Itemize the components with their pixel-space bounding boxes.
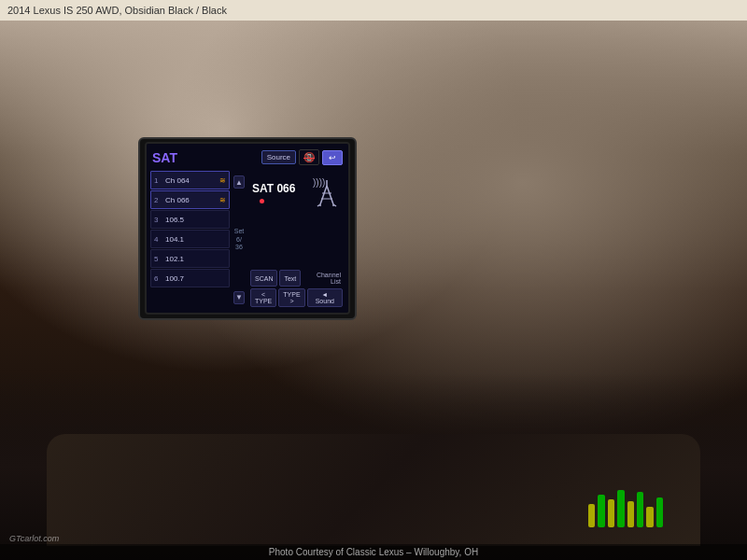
action-buttons-area: SCAN Text Channel List < TYPE TYPE > ◄ S… [248, 268, 345, 309]
ch-num-2: 2 [154, 196, 163, 204]
current-channel: SAT 066 [252, 182, 295, 195]
vent-bar-4 [617, 490, 624, 527]
channel-item-4[interactable]: 4 104.1 [150, 230, 230, 248]
ch-name-6: 100.7 [165, 274, 226, 283]
vent-bar-8 [656, 497, 663, 527]
screen-header: SAT Source 📵 ↩ [150, 147, 345, 167]
page-wrapper: 2014 Lexus IS 250 AWD, Obsidian Black / … [0, 0, 747, 560]
page-title: 2014 Lexus IS 250 AWD, Obsidian Black / … [7, 5, 227, 16]
photo-credit: Photo Courtesy of Classic Lexus – Willou… [0, 544, 747, 560]
channel-item-2[interactable]: 2 Ch 066 ≋ [150, 190, 230, 209]
vent-bar-1 [588, 504, 595, 527]
back-button[interactable]: ↩ [322, 150, 343, 165]
text-button[interactable]: Text [279, 270, 301, 287]
channel-item-1[interactable]: 1 Ch 064 ≋ [150, 171, 230, 189]
scroll-up-button[interactable]: ▲ [233, 175, 245, 189]
vent-bar-2 [598, 495, 604, 527]
car-area: SAT Source 📵 ↩ 1 Ch 064 ≋ [0, 21, 747, 560]
type-left-button[interactable]: < TYPE [250, 288, 276, 307]
vent-grille [588, 490, 663, 527]
svg-line-2 [327, 186, 333, 204]
sat-label: SAT [152, 150, 177, 165]
svg-line-1 [320, 186, 327, 204]
car-screen: SAT Source 📵 ↩ 1 Ch 064 ≋ [145, 142, 350, 315]
svg-text:)))): )))) [313, 177, 325, 188]
set-label: Set [233, 228, 246, 235]
channel-item-5[interactable]: 5 102.1 [150, 249, 230, 268]
source-button[interactable]: Source [261, 150, 296, 164]
sat-channel-display: SAT 066 [252, 182, 295, 203]
channel-list-label: Channel List [303, 270, 343, 287]
set-value: 6/ 36 [233, 236, 246, 252]
sound-button[interactable]: ◄ Sound [307, 288, 343, 307]
ch-num-3: 3 [154, 216, 163, 224]
watermark: GTcarlot.com [9, 534, 59, 543]
ch-name-3: 106.5 [165, 216, 226, 224]
scroll-down-button[interactable]: ▼ [233, 291, 245, 304]
btn-row-2: < TYPE TYPE > ◄ Sound [250, 288, 343, 307]
vent-bar-5 [627, 501, 634, 527]
btn-row-1: SCAN Text Channel List [250, 270, 343, 287]
channel-list: 1 Ch 064 ≋ 2 Ch 066 ≋ 3 106.5 [150, 171, 230, 309]
ch-num-1: 1 [154, 176, 163, 185]
ch-icon-1: ≋ [219, 176, 226, 185]
right-area: SAT 066 )))) [248, 171, 345, 309]
vent-bar-3 [608, 499, 614, 527]
ch-name-4: 104.1 [165, 235, 226, 244]
ch-icon-2: ≋ [219, 196, 226, 204]
tower-icon: )))) [313, 175, 341, 210]
no-phone-icon: 📵 [299, 149, 319, 165]
header-buttons: Source 📵 ↩ [261, 149, 343, 165]
type-right-button[interactable]: TYPE > [278, 288, 304, 307]
set-info: Set 6/ 36 [233, 228, 246, 251]
vent-bar-6 [637, 492, 643, 527]
ch-num-6: 6 [154, 274, 163, 283]
ch-name-1: Ch 064 [165, 176, 219, 185]
scroll-arrows: ▲ Set 6/ 36 ▼ [233, 171, 246, 309]
ch-num-4: 4 [154, 235, 163, 244]
sat-display: SAT 066 )))) [248, 171, 345, 212]
scan-button[interactable]: SCAN [250, 270, 277, 287]
signal-dot [260, 199, 264, 203]
top-bar: 2014 Lexus IS 250 AWD, Obsidian Black / … [0, 0, 747, 21]
ch-num-5: 5 [154, 255, 163, 263]
channel-item-3[interactable]: 3 106.5 [150, 210, 230, 229]
vent-bar-7 [646, 507, 653, 527]
screen-content: 1 Ch 064 ≋ 2 Ch 066 ≋ 3 106.5 [150, 171, 345, 309]
ch-name-5: 102.1 [165, 255, 226, 263]
ch-name-2: Ch 066 [165, 196, 219, 204]
channel-item-6[interactable]: 6 100.7 [150, 269, 230, 287]
screen-inner: SAT Source 📵 ↩ 1 Ch 064 ≋ [147, 144, 348, 313]
